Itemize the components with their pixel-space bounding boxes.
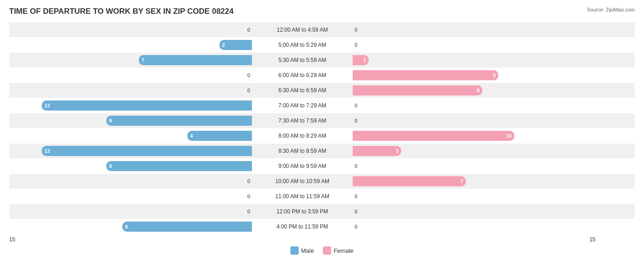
- female-bar: 9: [353, 70, 498, 80]
- female-value-zero: 0: [355, 103, 357, 108]
- left-bar-area: 4: [9, 128, 252, 143]
- table-row: 010:00 AM to 10:59 AM7: [9, 174, 635, 189]
- right-bar-area: 0: [353, 113, 595, 128]
- table-row: 06:00 AM to 6:29 AM9: [9, 68, 635, 83]
- left-bar-area: 0: [9, 174, 252, 189]
- time-label: 5:30 AM to 5:59 AM: [252, 57, 353, 63]
- table-row: 75:30 AM to 5:59 AM1: [9, 53, 635, 67]
- time-label: 9:00 AM to 9:59 AM: [252, 163, 353, 169]
- female-bar: 10: [353, 131, 514, 141]
- male-value-zero: 0: [247, 194, 250, 199]
- time-label: 12:00 AM to 4:59 AM: [252, 27, 353, 33]
- female-value: 3: [396, 148, 398, 154]
- right-bar-area: 0: [353, 189, 595, 204]
- female-value: 8: [477, 88, 480, 93]
- bars-container: 012:00 AM to 4:59 AM025:00 AM to 5:29 AM…: [9, 22, 635, 234]
- male-bar: 9: [106, 161, 252, 171]
- male-bar: 9: [106, 116, 252, 126]
- right-bar-area: 0: [353, 159, 595, 173]
- right-bar-area: 0: [353, 98, 595, 113]
- male-bar: 8: [122, 222, 252, 232]
- source-text: Source: ZipAtlas.com: [587, 7, 635, 12]
- table-row: 99:00 AM to 9:59 AM0: [9, 159, 635, 173]
- female-bar: 8: [353, 85, 482, 95]
- time-label: 7:30 AM to 7:59 AM: [252, 117, 353, 124]
- left-bar-area: 9: [9, 113, 252, 128]
- time-label: 5:00 AM to 5:29 AM: [252, 42, 353, 48]
- left-bar-area: 0: [9, 22, 252, 37]
- time-label: 7:00 AM to 7:29 AM: [252, 102, 353, 109]
- legend-male-label: Male: [301, 247, 314, 254]
- right-bar-area: 3: [353, 144, 595, 158]
- male-value-zero: 0: [247, 27, 250, 33]
- time-label: 8:30 AM to 8:59 AM: [252, 148, 353, 154]
- male-bar: 13: [42, 146, 252, 156]
- male-value: 7: [142, 57, 144, 63]
- right-bar-area: 0: [353, 219, 595, 234]
- right-bar-area: 8: [353, 83, 595, 98]
- female-value-zero: 0: [355, 224, 357, 229]
- table-row: 012:00 AM to 4:59 AM0: [9, 22, 635, 37]
- time-label: 10:00 AM to 10:59 AM: [252, 178, 353, 184]
- table-row: 48:00 AM to 8:29 AM10: [9, 128, 635, 143]
- table-row: 137:00 AM to 7:29 AM0: [9, 98, 635, 113]
- table-row: 011:00 AM to 11:59 AM0: [9, 189, 635, 204]
- table-row: 25:00 AM to 5:29 AM0: [9, 38, 635, 52]
- female-bar: 3: [353, 146, 401, 156]
- legend: Male Female: [9, 246, 635, 255]
- female-value: 1: [363, 57, 366, 63]
- male-value: 13: [44, 103, 50, 108]
- table-row: 84:00 PM to 11:59 PM0: [9, 219, 635, 234]
- left-bar-area: 0: [9, 68, 252, 83]
- axis-max-label: 15: [353, 236, 595, 243]
- left-bar-area: 0: [9, 189, 252, 204]
- legend-female: Female: [323, 246, 353, 255]
- left-bar-area: 9: [9, 159, 252, 173]
- left-bar-area: 0: [9, 204, 252, 219]
- table-row: 97:30 AM to 7:59 AM0: [9, 113, 635, 128]
- chart-title: TIME OF DEPARTURE TO WORK BY SEX IN ZIP …: [9, 7, 234, 16]
- table-row: 06:30 AM to 6:59 AM8: [9, 83, 635, 98]
- male-bar: 13: [42, 100, 252, 111]
- female-value-zero: 0: [355, 118, 357, 123]
- left-bar-area: 13: [9, 144, 252, 158]
- male-value: 9: [109, 118, 112, 123]
- legend-male-color: [290, 246, 299, 255]
- male-value-zero: 0: [247, 209, 250, 214]
- male-value: 9: [109, 163, 112, 169]
- male-value: 4: [190, 133, 193, 139]
- left-bar-area: 13: [9, 98, 252, 113]
- female-value-zero: 0: [355, 27, 357, 33]
- left-bar-area: 2: [9, 38, 252, 52]
- male-value-zero: 0: [247, 178, 250, 184]
- male-value-zero: 0: [247, 72, 250, 78]
- right-bar-area: 10: [353, 128, 595, 143]
- right-bar-area: 1: [353, 53, 595, 67]
- male-value: 2: [222, 42, 225, 48]
- right-bar-area: 7: [353, 174, 595, 189]
- male-value-zero: 0: [247, 88, 250, 93]
- table-row: 138:30 AM to 8:59 AM3: [9, 144, 635, 158]
- left-bar-area: 8: [9, 219, 252, 234]
- time-label: 6:30 AM to 6:59 AM: [252, 87, 353, 94]
- time-label: 11:00 AM to 11:59 AM: [252, 193, 353, 200]
- male-bar: 2: [219, 40, 252, 50]
- legend-male: Male: [290, 246, 314, 255]
- female-bar: 7: [353, 176, 466, 186]
- time-label: 8:00 AM to 8:29 AM: [252, 133, 353, 139]
- left-bar-area: 7: [9, 53, 252, 67]
- axis-row: 15 15: [9, 236, 635, 243]
- time-label: 6:00 AM to 6:29 AM: [252, 72, 353, 78]
- chart-container: TIME OF DEPARTURE TO WORK BY SEX IN ZIP …: [0, 0, 644, 273]
- female-value: 9: [493, 72, 496, 78]
- left-bar-area: 0: [9, 83, 252, 98]
- right-bar-area: 0: [353, 38, 595, 52]
- right-bar-area: 9: [353, 68, 595, 83]
- male-value: 8: [125, 224, 128, 229]
- right-bar-area: 0: [353, 22, 595, 37]
- female-value: 10: [506, 133, 512, 139]
- female-value-zero: 0: [355, 209, 357, 214]
- male-value: 13: [44, 148, 50, 154]
- axis-min-label: 15: [9, 236, 252, 243]
- male-bar: 4: [187, 131, 252, 141]
